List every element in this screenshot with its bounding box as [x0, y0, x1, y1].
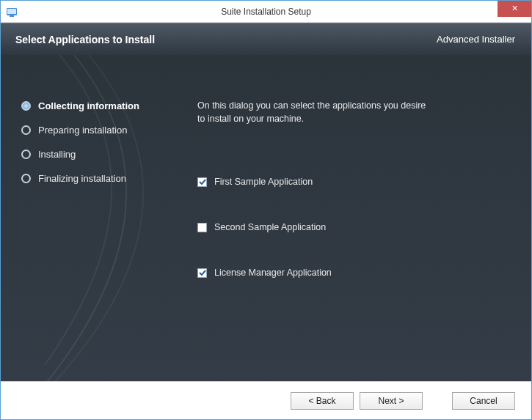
- step-finalizing-installation: Finalizing installation: [21, 173, 161, 184]
- step-label: Installing: [38, 149, 76, 160]
- step-label: Preparing installation: [38, 125, 127, 136]
- main-panel: On this dialog you can select the applic…: [161, 55, 531, 381]
- step-indicator-icon: [21, 101, 31, 111]
- window-title: Suite Installation Setup: [1, 7, 531, 17]
- svg-rect-1: [7, 9, 16, 14]
- check-icon: [199, 269, 206, 276]
- checkbox-second-sample[interactable]: [197, 223, 207, 232]
- option-first-sample: First Sample Application: [197, 177, 502, 187]
- installer-window: Suite Installation Setup ✕ Select Applic…: [0, 0, 532, 420]
- wizard-footer: < Back Next > Cancel: [1, 381, 531, 419]
- close-icon: ✕: [511, 4, 518, 13]
- step-preparing-installation: Preparing installation: [21, 125, 161, 136]
- option-label: First Sample Application: [214, 177, 313, 187]
- checkbox-license-manager[interactable]: [197, 268, 207, 278]
- step-collecting-information: Collecting information: [21, 100, 161, 111]
- check-icon: [199, 178, 206, 185]
- option-second-sample: Second Sample Application: [197, 222, 502, 232]
- steps-sidebar: Collecting information Preparing install…: [1, 55, 161, 381]
- checkbox-first-sample[interactable]: [197, 177, 207, 187]
- step-indicator-icon: [21, 150, 31, 159]
- page-title: Select Applications to Install: [15, 34, 155, 45]
- cancel-button[interactable]: Cancel: [452, 392, 515, 410]
- svg-rect-2: [10, 15, 14, 17]
- back-button[interactable]: < Back: [291, 392, 354, 410]
- titlebar: Suite Installation Setup ✕: [1, 1, 531, 23]
- option-label: License Manager Application: [214, 268, 332, 278]
- close-button[interactable]: ✕: [498, 1, 531, 17]
- step-indicator-icon: [21, 125, 31, 135]
- step-label: Finalizing installation: [38, 173, 126, 184]
- option-label: Second Sample Application: [214, 222, 326, 232]
- intro-text: On this dialog you can select the applic…: [197, 99, 432, 125]
- step-label: Collecting information: [38, 100, 139, 111]
- brand-label: Advanced Installer: [437, 34, 515, 45]
- option-license-manager: License Manager Application: [197, 268, 502, 278]
- next-button[interactable]: Next >: [360, 392, 423, 410]
- wizard-header: Select Applications to Install Advanced …: [1, 23, 531, 55]
- step-indicator-icon: [21, 174, 31, 183]
- app-icon: [5, 4, 20, 19]
- wizard-body: Collecting information Preparing install…: [1, 55, 531, 381]
- step-installing: Installing: [21, 149, 161, 160]
